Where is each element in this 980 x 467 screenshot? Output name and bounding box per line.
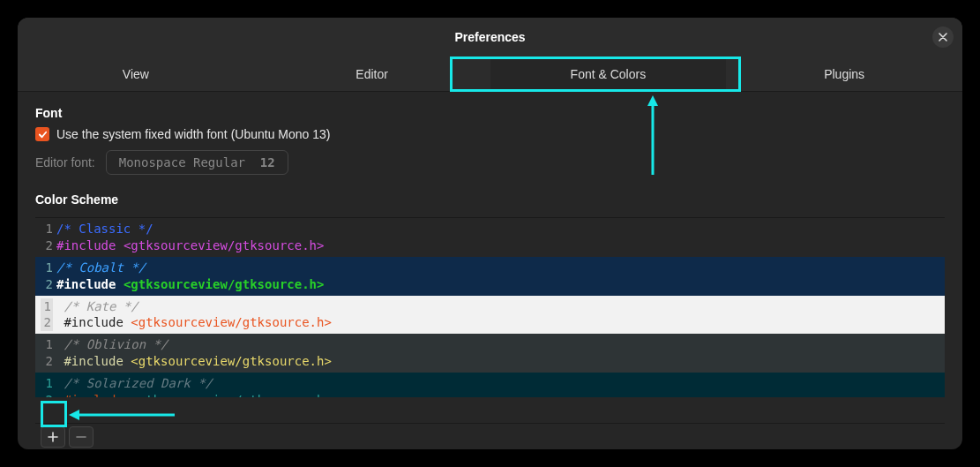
- use-system-font-checkbox[interactable]: [35, 127, 49, 141]
- editor-font-button[interactable]: Monospace Regular 12: [106, 150, 288, 175]
- add-scheme-button[interactable]: [41, 426, 65, 448]
- preferences-window: Preferences View Editor Font & Colors Pl…: [18, 18, 962, 449]
- color-scheme-list: 1/* Classic */ 2#include <gtksourceview/…: [35, 217, 945, 423]
- scheme-cobalt[interactable]: 1/* Cobalt */ 2#include <gtksourceview/g…: [35, 257, 945, 296]
- editor-font-size: 12: [260, 155, 275, 169]
- tab-view[interactable]: View: [18, 56, 254, 91]
- titlebar: Preferences: [18, 18, 962, 56]
- scheme-solarized-dark[interactable]: 1 /* Solarized Dark */ 2 #include <gtkso…: [35, 373, 945, 397]
- scheme-classic[interactable]: 1/* Classic */ 2#include <gtksourceview/…: [35, 218, 945, 257]
- plus-icon: [48, 432, 58, 442]
- tab-plugins[interactable]: Plugins: [726, 56, 962, 91]
- color-scheme-heading: Color Scheme: [35, 192, 945, 207]
- tab-bar: View Editor Font & Colors Plugins: [18, 56, 962, 92]
- use-system-font-row[interactable]: Use the system fixed width font (Ubuntu …: [35, 127, 945, 141]
- minus-icon: [76, 432, 86, 442]
- font-heading: Font: [35, 106, 945, 120]
- editor-font-row: Editor font: Monospace Regular 12: [35, 150, 945, 175]
- close-icon: [939, 33, 947, 41]
- window-title: Preferences: [454, 30, 525, 44]
- scheme-kate[interactable]: 1 /* Kate */ 2 #include <gtksourceview/g…: [35, 296, 945, 335]
- editor-font-name: Monospace Regular: [119, 155, 245, 169]
- remove-scheme-button[interactable]: [69, 426, 94, 448]
- close-button[interactable]: [932, 26, 954, 48]
- content-area: Font Use the system fixed width font (Ub…: [18, 92, 962, 449]
- scheme-toolbar: [35, 423, 945, 449]
- editor-font-label: Editor font:: [35, 155, 95, 169]
- tab-editor[interactable]: Editor: [254, 56, 490, 91]
- scheme-oblivion[interactable]: 1 /* Oblivion */ 2 #include <gtksourcevi…: [35, 334, 945, 373]
- use-system-font-label: Use the system fixed width font (Ubuntu …: [56, 127, 330, 141]
- checkmark-icon: [38, 130, 48, 139]
- tab-font-colors[interactable]: Font & Colors: [490, 56, 727, 91]
